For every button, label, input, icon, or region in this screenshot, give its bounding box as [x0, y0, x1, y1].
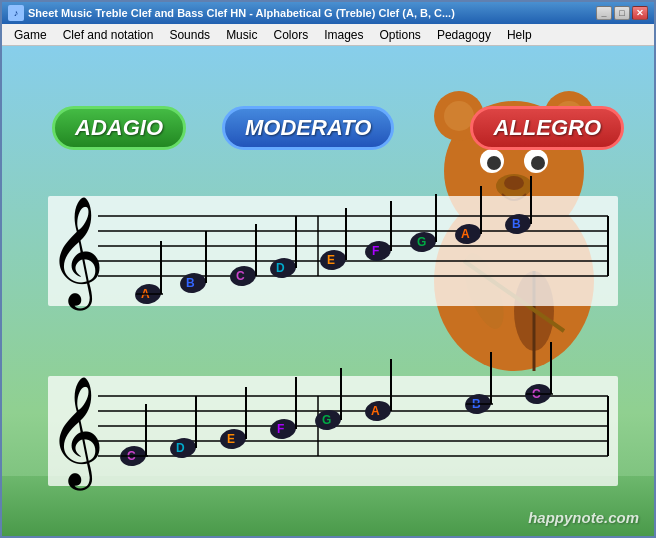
- menu-sounds[interactable]: Sounds: [161, 26, 218, 44]
- close-button[interactable]: ✕: [632, 6, 648, 20]
- svg-text:E: E: [327, 253, 335, 267]
- svg-text:D: D: [276, 261, 285, 275]
- main-window: ♪ Sheet Music Treble Clef and Bass Clef …: [0, 0, 656, 538]
- watermark: happynote.com: [528, 509, 639, 526]
- menu-images[interactable]: Images: [316, 26, 371, 44]
- menu-music[interactable]: Music: [218, 26, 265, 44]
- menu-help[interactable]: Help: [499, 26, 540, 44]
- allegro-label[interactable]: ALLEGRO: [470, 106, 624, 150]
- svg-text:A: A: [371, 404, 380, 418]
- svg-text:C: C: [236, 269, 245, 283]
- menu-clef[interactable]: Clef and notation: [55, 26, 162, 44]
- app-icon: ♪: [8, 5, 24, 21]
- svg-text:𝄞: 𝄞: [48, 197, 104, 311]
- svg-text:F: F: [372, 244, 379, 258]
- svg-text:A: A: [461, 227, 470, 241]
- svg-text:D: D: [176, 441, 185, 455]
- menu-game[interactable]: Game: [6, 26, 55, 44]
- window-controls: _ □ ✕: [596, 6, 648, 20]
- maximize-button[interactable]: □: [614, 6, 630, 20]
- minimize-button[interactable]: _: [596, 6, 612, 20]
- moderato-label[interactable]: MODERATO: [222, 106, 394, 150]
- menu-colors[interactable]: Colors: [265, 26, 316, 44]
- svg-text:E: E: [227, 432, 235, 446]
- menu-pedagogy[interactable]: Pedagogy: [429, 26, 499, 44]
- svg-text:G: G: [417, 235, 426, 249]
- adagio-label[interactable]: ADAGIO: [52, 106, 186, 150]
- svg-text:𝄞: 𝄞: [48, 377, 104, 491]
- menu-options[interactable]: Options: [372, 26, 429, 44]
- svg-text:F: F: [277, 422, 284, 436]
- svg-text:B: B: [186, 276, 195, 290]
- title-bar-left: ♪ Sheet Music Treble Clef and Bass Clef …: [8, 5, 455, 21]
- svg-text:B: B: [512, 217, 521, 231]
- main-content: 𝄞 A B C D E: [2, 46, 654, 536]
- title-bar: ♪ Sheet Music Treble Clef and Bass Clef …: [2, 2, 654, 24]
- menu-bar: Game Clef and notation Sounds Music Colo…: [2, 24, 654, 46]
- window-title: Sheet Music Treble Clef and Bass Clef HN…: [28, 7, 455, 19]
- svg-text:G: G: [322, 413, 331, 427]
